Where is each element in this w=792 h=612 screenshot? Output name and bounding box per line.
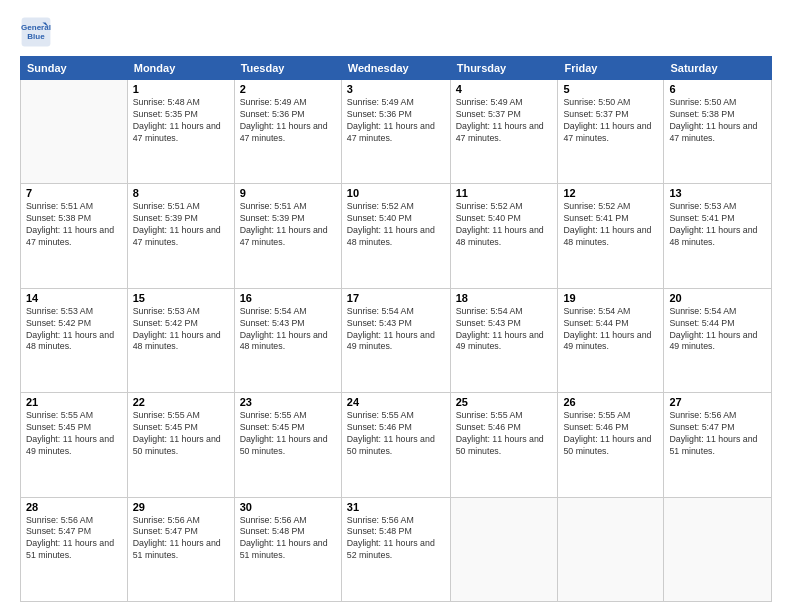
day-cell: 11Sunrise: 5:52 AMSunset: 5:40 PMDayligh… xyxy=(450,184,558,288)
day-cell: 31Sunrise: 5:56 AMSunset: 5:48 PMDayligh… xyxy=(341,497,450,601)
day-info: Sunrise: 5:51 AMSunset: 5:39 PMDaylight:… xyxy=(133,201,229,249)
day-info: Sunrise: 5:48 AMSunset: 5:35 PMDaylight:… xyxy=(133,97,229,145)
page: General Blue SundayMondayTuesdayWednesda… xyxy=(0,0,792,612)
day-cell: 30Sunrise: 5:56 AMSunset: 5:48 PMDayligh… xyxy=(234,497,341,601)
day-info: Sunrise: 5:54 AMSunset: 5:43 PMDaylight:… xyxy=(347,306,445,354)
day-info: Sunrise: 5:54 AMSunset: 5:43 PMDaylight:… xyxy=(456,306,553,354)
day-info: Sunrise: 5:53 AMSunset: 5:41 PMDaylight:… xyxy=(669,201,766,249)
day-number: 10 xyxy=(347,187,445,199)
day-info: Sunrise: 5:56 AMSunset: 5:47 PMDaylight:… xyxy=(669,410,766,458)
day-cell: 6Sunrise: 5:50 AMSunset: 5:38 PMDaylight… xyxy=(664,80,772,184)
day-number: 6 xyxy=(669,83,766,95)
calendar-table: SundayMondayTuesdayWednesdayThursdayFrid… xyxy=(20,56,772,602)
day-info: Sunrise: 5:55 AMSunset: 5:46 PMDaylight:… xyxy=(347,410,445,458)
day-info: Sunrise: 5:55 AMSunset: 5:45 PMDaylight:… xyxy=(133,410,229,458)
day-info: Sunrise: 5:49 AMSunset: 5:37 PMDaylight:… xyxy=(456,97,553,145)
week-row-5: 28Sunrise: 5:56 AMSunset: 5:47 PMDayligh… xyxy=(21,497,772,601)
day-info: Sunrise: 5:54 AMSunset: 5:44 PMDaylight:… xyxy=(669,306,766,354)
day-header-friday: Friday xyxy=(558,57,664,80)
day-number: 20 xyxy=(669,292,766,304)
day-number: 8 xyxy=(133,187,229,199)
day-info: Sunrise: 5:54 AMSunset: 5:43 PMDaylight:… xyxy=(240,306,336,354)
day-number: 18 xyxy=(456,292,553,304)
day-info: Sunrise: 5:53 AMSunset: 5:42 PMDaylight:… xyxy=(133,306,229,354)
day-info: Sunrise: 5:55 AMSunset: 5:45 PMDaylight:… xyxy=(240,410,336,458)
day-number: 22 xyxy=(133,396,229,408)
day-cell: 17Sunrise: 5:54 AMSunset: 5:43 PMDayligh… xyxy=(341,288,450,392)
day-info: Sunrise: 5:49 AMSunset: 5:36 PMDaylight:… xyxy=(240,97,336,145)
day-info: Sunrise: 5:51 AMSunset: 5:39 PMDaylight:… xyxy=(240,201,336,249)
day-cell: 28Sunrise: 5:56 AMSunset: 5:47 PMDayligh… xyxy=(21,497,128,601)
day-cell: 21Sunrise: 5:55 AMSunset: 5:45 PMDayligh… xyxy=(21,393,128,497)
day-info: Sunrise: 5:56 AMSunset: 5:47 PMDaylight:… xyxy=(26,515,122,563)
day-number: 1 xyxy=(133,83,229,95)
day-info: Sunrise: 5:50 AMSunset: 5:37 PMDaylight:… xyxy=(563,97,658,145)
week-row-4: 21Sunrise: 5:55 AMSunset: 5:45 PMDayligh… xyxy=(21,393,772,497)
week-row-1: 1Sunrise: 5:48 AMSunset: 5:35 PMDaylight… xyxy=(21,80,772,184)
day-cell: 14Sunrise: 5:53 AMSunset: 5:42 PMDayligh… xyxy=(21,288,128,392)
svg-text:Blue: Blue xyxy=(27,32,45,41)
day-number: 31 xyxy=(347,501,445,513)
day-number: 16 xyxy=(240,292,336,304)
day-cell: 20Sunrise: 5:54 AMSunset: 5:44 PMDayligh… xyxy=(664,288,772,392)
day-number: 12 xyxy=(563,187,658,199)
header: General Blue xyxy=(20,16,772,48)
day-number: 26 xyxy=(563,396,658,408)
day-number: 13 xyxy=(669,187,766,199)
day-header-tuesday: Tuesday xyxy=(234,57,341,80)
day-cell: 3Sunrise: 5:49 AMSunset: 5:36 PMDaylight… xyxy=(341,80,450,184)
day-cell: 12Sunrise: 5:52 AMSunset: 5:41 PMDayligh… xyxy=(558,184,664,288)
day-cell: 8Sunrise: 5:51 AMSunset: 5:39 PMDaylight… xyxy=(127,184,234,288)
day-cell: 27Sunrise: 5:56 AMSunset: 5:47 PMDayligh… xyxy=(664,393,772,497)
day-number: 25 xyxy=(456,396,553,408)
day-number: 4 xyxy=(456,83,553,95)
day-info: Sunrise: 5:54 AMSunset: 5:44 PMDaylight:… xyxy=(563,306,658,354)
day-cell: 10Sunrise: 5:52 AMSunset: 5:40 PMDayligh… xyxy=(341,184,450,288)
day-cell: 23Sunrise: 5:55 AMSunset: 5:45 PMDayligh… xyxy=(234,393,341,497)
day-info: Sunrise: 5:52 AMSunset: 5:40 PMDaylight:… xyxy=(456,201,553,249)
day-number: 19 xyxy=(563,292,658,304)
day-cell: 2Sunrise: 5:49 AMSunset: 5:36 PMDaylight… xyxy=(234,80,341,184)
day-cell: 29Sunrise: 5:56 AMSunset: 5:47 PMDayligh… xyxy=(127,497,234,601)
day-header-thursday: Thursday xyxy=(450,57,558,80)
day-cell: 19Sunrise: 5:54 AMSunset: 5:44 PMDayligh… xyxy=(558,288,664,392)
day-cell: 5Sunrise: 5:50 AMSunset: 5:37 PMDaylight… xyxy=(558,80,664,184)
day-cell: 4Sunrise: 5:49 AMSunset: 5:37 PMDaylight… xyxy=(450,80,558,184)
day-number: 3 xyxy=(347,83,445,95)
day-cell xyxy=(450,497,558,601)
day-cell xyxy=(21,80,128,184)
day-cell: 13Sunrise: 5:53 AMSunset: 5:41 PMDayligh… xyxy=(664,184,772,288)
day-cell: 26Sunrise: 5:55 AMSunset: 5:46 PMDayligh… xyxy=(558,393,664,497)
week-row-2: 7Sunrise: 5:51 AMSunset: 5:38 PMDaylight… xyxy=(21,184,772,288)
day-info: Sunrise: 5:49 AMSunset: 5:36 PMDaylight:… xyxy=(347,97,445,145)
day-number: 30 xyxy=(240,501,336,513)
day-number: 29 xyxy=(133,501,229,513)
day-number: 7 xyxy=(26,187,122,199)
day-cell: 16Sunrise: 5:54 AMSunset: 5:43 PMDayligh… xyxy=(234,288,341,392)
day-info: Sunrise: 5:52 AMSunset: 5:40 PMDaylight:… xyxy=(347,201,445,249)
day-number: 9 xyxy=(240,187,336,199)
day-number: 14 xyxy=(26,292,122,304)
day-cell: 7Sunrise: 5:51 AMSunset: 5:38 PMDaylight… xyxy=(21,184,128,288)
day-info: Sunrise: 5:52 AMSunset: 5:41 PMDaylight:… xyxy=(563,201,658,249)
day-header-monday: Monday xyxy=(127,57,234,80)
week-row-3: 14Sunrise: 5:53 AMSunset: 5:42 PMDayligh… xyxy=(21,288,772,392)
day-cell: 15Sunrise: 5:53 AMSunset: 5:42 PMDayligh… xyxy=(127,288,234,392)
day-header-sunday: Sunday xyxy=(21,57,128,80)
day-cell: 18Sunrise: 5:54 AMSunset: 5:43 PMDayligh… xyxy=(450,288,558,392)
day-cell: 1Sunrise: 5:48 AMSunset: 5:35 PMDaylight… xyxy=(127,80,234,184)
day-number: 23 xyxy=(240,396,336,408)
day-number: 17 xyxy=(347,292,445,304)
day-number: 15 xyxy=(133,292,229,304)
day-info: Sunrise: 5:56 AMSunset: 5:48 PMDaylight:… xyxy=(347,515,445,563)
day-header-wednesday: Wednesday xyxy=(341,57,450,80)
day-cell xyxy=(664,497,772,601)
logo: General Blue xyxy=(20,16,56,48)
day-number: 21 xyxy=(26,396,122,408)
day-info: Sunrise: 5:55 AMSunset: 5:46 PMDaylight:… xyxy=(456,410,553,458)
day-number: 11 xyxy=(456,187,553,199)
day-number: 24 xyxy=(347,396,445,408)
day-info: Sunrise: 5:51 AMSunset: 5:38 PMDaylight:… xyxy=(26,201,122,249)
day-info: Sunrise: 5:55 AMSunset: 5:45 PMDaylight:… xyxy=(26,410,122,458)
header-row: SundayMondayTuesdayWednesdayThursdayFrid… xyxy=(21,57,772,80)
